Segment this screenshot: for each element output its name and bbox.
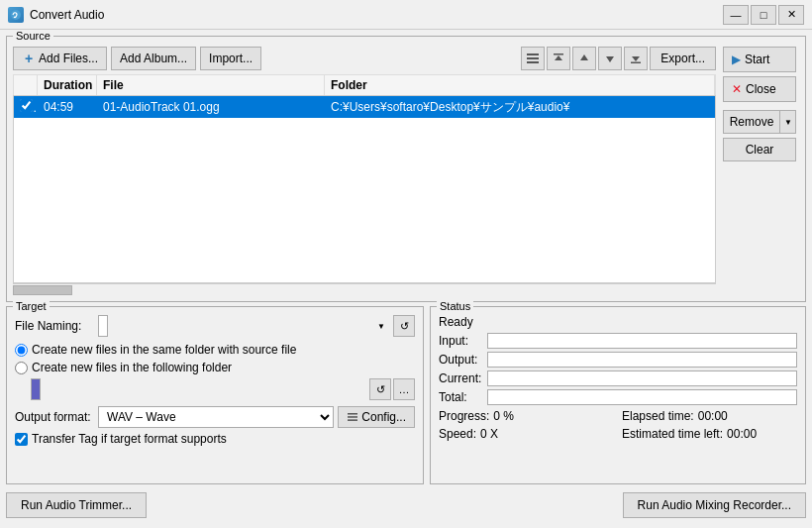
list-view-icon (526, 52, 540, 65)
list-view-button[interactable] (521, 47, 545, 70)
add-album-button[interactable]: Add Album... (111, 47, 196, 70)
source-right-buttons: ▶ Start ✕ Close Remove ▼ Clear (720, 47, 799, 161)
run-mixing-button[interactable]: Run Audio Mixing Recorder... (623, 492, 806, 518)
elapsed-label: Elapsed time: (622, 409, 694, 423)
move-up-icon (578, 53, 590, 64)
folder-select-wrapper (31, 378, 367, 400)
maximize-button[interactable]: □ (751, 5, 776, 25)
speed-item: Speed: 0 X (439, 427, 614, 441)
speed-row: Speed: 0 X Estimated time left: 00:00 (439, 427, 797, 441)
horizontal-scrollbar[interactable] (13, 283, 716, 295)
status-section: Status Ready Input: Output: Current: Tot… (430, 306, 806, 484)
main-content: Source + Add Files... Add Album... Impor… (0, 30, 812, 528)
start-icon: ▶ (732, 53, 741, 66)
export-button[interactable]: Export... (650, 47, 716, 70)
col-folder-header: Folder (325, 75, 715, 95)
file-naming-select-wrapper: ▼ (98, 315, 389, 337)
file-naming-select[interactable] (98, 315, 108, 337)
source-main: + Add Files... Add Album... Import... (13, 47, 716, 295)
file-duration-cell: 04:59 (38, 100, 97, 114)
clear-button[interactable]: Clear (723, 138, 796, 161)
import-button[interactable]: Import... (200, 47, 261, 70)
file-checkbox-cell (14, 99, 38, 115)
scrollbar-thumb[interactable] (13, 285, 72, 295)
target-label: Target (13, 300, 50, 312)
remove-dropdown-button[interactable]: ▼ (780, 110, 796, 134)
target-section: Target File Naming: ▼ ↺ Create new files… (6, 306, 424, 484)
col-file-header: File (97, 75, 325, 95)
col-duration-header: Duration (38, 75, 97, 95)
estimated-item: Estimated time left: 00:00 (622, 427, 797, 441)
svg-marker-9 (632, 56, 640, 61)
file-naming-row: File Naming: ▼ ↺ (15, 315, 415, 337)
progress-row: Progress: 0 % Elapsed time: 00:00 (439, 409, 797, 423)
move-bottom-icon (630, 53, 642, 64)
output-select-wrapper: WAV – WaveMP3AACOGGFLAC (98, 406, 334, 428)
file-checkbox[interactable] (20, 99, 33, 112)
current-bar (487, 370, 797, 386)
close-button[interactable]: ✕ Close (723, 76, 796, 102)
file-list[interactable]: 04:59 01-AudioTrack 01.ogg C:¥Users¥soft… (13, 95, 716, 283)
svg-rect-10 (348, 413, 357, 415)
config-icon (347, 411, 358, 423)
current-label: Current: (439, 371, 481, 385)
input-bar (487, 333, 797, 349)
svg-rect-12 (348, 419, 357, 421)
output-format-select[interactable]: WAV – WaveMP3AACOGGFLAC (98, 406, 334, 428)
svg-point-0 (11, 10, 21, 20)
svg-rect-1 (527, 53, 539, 55)
up-all-button[interactable] (547, 47, 570, 70)
minimize-button[interactable]: — (723, 5, 749, 25)
config-button[interactable]: Config... (338, 406, 415, 428)
bottom-bar: Run Audio Trimmer... Run Audio Mixing Re… (6, 488, 806, 522)
elapsed-item: Elapsed time: 00:00 (622, 409, 797, 423)
add-files-button[interactable]: + Add Files... (13, 47, 107, 70)
window-title: Convert Audio (30, 8, 723, 22)
progress-label: Progress: (439, 409, 489, 423)
folder-refresh-button[interactable]: ↺ (369, 378, 391, 400)
bottom-panels: Target File Naming: ▼ ↺ Create new files… (6, 306, 806, 484)
toolbar-right: Export... (521, 47, 716, 70)
source-toolbar: + Add Files... Add Album... Import... (13, 47, 716, 70)
total-bar (487, 389, 797, 405)
up-button[interactable] (572, 47, 596, 70)
move-down-icon (604, 53, 616, 64)
input-label: Input: (439, 334, 481, 348)
speed-label: Speed: (439, 427, 476, 441)
svg-rect-3 (527, 61, 539, 63)
folder-select[interactable] (31, 378, 41, 400)
same-folder-radio[interactable] (15, 344, 28, 357)
file-naming-arrow: ▼ (377, 322, 385, 331)
run-trimmer-button[interactable]: Run Audio Trimmer... (6, 492, 147, 518)
speed-value: 0 X (480, 427, 498, 441)
estimated-label: Estimated time left: (622, 427, 723, 441)
transfer-tag-checkbox[interactable] (15, 433, 28, 446)
custom-folder-radio[interactable] (15, 362, 28, 374)
start-button[interactable]: ▶ Start (723, 47, 796, 72)
transfer-tag-row: Transfer Tag if target format supports (15, 432, 415, 446)
down-button[interactable] (598, 47, 622, 70)
file-list-header: Duration File Folder (13, 74, 716, 95)
svg-rect-4 (554, 53, 563, 55)
folder-browse-button[interactable]: … (393, 378, 415, 400)
status-ready: Ready (439, 315, 797, 329)
total-label: Total: (439, 390, 481, 404)
svg-marker-5 (555, 55, 562, 60)
svg-rect-11 (348, 416, 357, 418)
file-naming-label: File Naming: (15, 319, 94, 333)
col-check-header (14, 75, 38, 95)
svg-rect-8 (631, 62, 641, 64)
down-all-button[interactable] (624, 47, 648, 70)
progress-value: 0 % (493, 409, 514, 423)
close-window-button[interactable]: ✕ (778, 5, 804, 25)
move-top-icon (553, 53, 564, 64)
elapsed-value: 00:00 (698, 409, 728, 423)
remove-btn-group: Remove ▼ (723, 110, 797, 134)
table-row[interactable]: 04:59 01-AudioTrack 01.ogg C:¥Users¥soft… (14, 96, 715, 118)
folder-input-row: ↺ … (31, 378, 415, 400)
file-name-cell: 01-AudioTrack 01.ogg (97, 100, 325, 114)
remove-button[interactable]: Remove (723, 110, 781, 134)
source-label: Source (13, 30, 53, 42)
output-label: Output: (439, 353, 481, 367)
file-naming-refresh-button[interactable]: ↺ (393, 315, 415, 337)
